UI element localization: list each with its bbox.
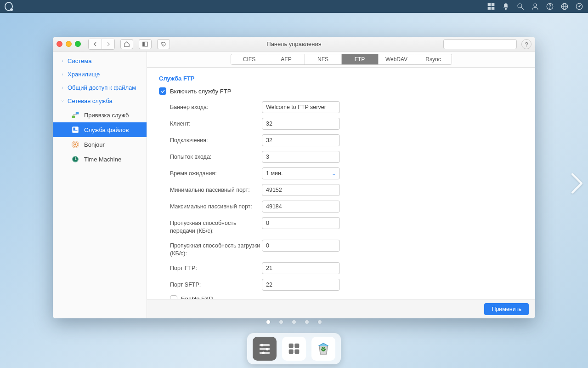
txbw-label: Пропускная способность передачи (КБ/с): [170,217,262,235]
connections-input[interactable] [262,134,340,146]
page-dot[interactable] [318,320,322,324]
svg-point-4 [505,8,507,10]
svg-rect-19 [72,116,75,118]
sftp-port-input[interactable] [262,279,340,291]
ftp-port-input[interactable] [262,262,340,274]
timeout-select[interactable]: 1 мин. ⌄ [262,167,340,179]
page-dot[interactable] [279,320,283,324]
rxbw-label: Пропускная способность загрузки (КБ/с): [170,240,262,258]
dashboard-icon[interactable] [575,2,583,11]
sidebar-cat-network[interactable]: ›Сетевая служба [53,94,147,108]
svg-rect-36 [289,349,294,354]
svg-rect-20 [76,112,79,115]
sidebar-item-file-service[interactable]: Служба файлов [53,122,147,137]
notification-bell-icon[interactable] [502,2,510,11]
page-dot[interactable] [266,320,270,324]
sidebar-cat-label: Общий доступ к файлам [68,84,136,91]
sidebar-item-time-machine[interactable]: Time Machine [53,152,147,167]
help-icon[interactable] [546,2,554,11]
svg-point-9 [549,8,550,8]
window-zoom-button[interactable] [75,41,81,47]
tab-nfs[interactable]: NFS [305,54,341,64]
min-passive-input[interactable] [262,184,340,196]
attempts-input[interactable] [262,151,340,163]
enable-ftp-row[interactable]: Включить службу FTP [159,87,523,95]
time-machine-icon [71,155,79,163]
svg-rect-35 [294,344,299,348]
dock [247,333,341,364]
next-desktop-chevron-icon[interactable] [568,170,586,199]
enable-ftp-label: Включить службу FTP [170,88,231,95]
reload-button[interactable] [157,39,170,49]
desktop-page-dots[interactable] [266,320,322,324]
txbw-input[interactable] [262,217,340,229]
window-close-button[interactable] [57,41,62,47]
sidebar-cat-label: Сетевая служба [68,98,113,104]
tab-ftp[interactable]: FTP [341,54,378,64]
client-input[interactable] [262,118,340,130]
sidebar-item-label: Bonjour [84,141,105,148]
apps-grid-icon[interactable] [487,2,495,11]
titlebar-search[interactable] [443,39,517,49]
enable-fxp-checkbox[interactable] [170,295,177,299]
content-area: CIFS AFP NFS FTP WebDAV Rsync Служба FTP… [147,52,535,318]
svg-point-14 [579,6,580,7]
file-service-icon [71,126,79,134]
search-icon[interactable] [516,2,525,11]
titlebar-search-input[interactable] [448,41,517,47]
svg-rect-23 [74,131,78,132]
svg-rect-2 [488,7,490,10]
svg-point-24 [74,144,77,146]
banner-label: Баннер входа: [170,101,262,111]
sidebar-toggle-button[interactable] [139,39,152,49]
sidebar-cat-sharing[interactable]: ›Общий доступ к файлам [53,81,147,94]
dock-item-settings[interactable] [253,337,277,361]
link-icon [71,111,79,119]
sidebar-item-service-binding[interactable]: Привязка служб [53,108,147,122]
sidebar-cat-system[interactable]: ›Система [53,54,147,68]
svg-point-33 [262,351,265,354]
system-menubar [0,0,588,13]
logo-icon[interactable] [5,2,13,11]
dock-item-trash[interactable] [311,337,335,361]
svg-rect-37 [294,349,299,354]
timeout-label: Время ожидания: [170,167,262,178]
svg-rect-22 [74,128,76,130]
nav-forward-button[interactable] [102,39,114,49]
titlebar-help-button[interactable]: ? [521,39,531,49]
tab-afp[interactable]: AFP [268,54,305,64]
chevron-down-icon: ⌄ [332,171,336,177]
svg-line-6 [521,7,524,10]
nav-back-button[interactable] [89,39,102,49]
window-minimize-button[interactable] [66,41,72,47]
sidebar-item-bonjour[interactable]: Bonjour [53,137,147,152]
svg-rect-3 [492,7,494,10]
sidebar-cat-storage[interactable]: ›Хранилище [53,68,147,81]
svg-point-5 [518,4,522,8]
svg-rect-1 [492,3,494,6]
client-label: Клиент: [170,118,262,128]
dock-item-apps[interactable] [282,337,306,361]
user-icon[interactable] [531,2,539,11]
sidebar-cat-label: Система [68,58,91,64]
enable-fxp-row[interactable]: Enable FXP [159,295,523,299]
page-dot[interactable] [305,320,309,324]
home-button[interactable] [120,39,133,49]
tab-cifs[interactable]: CIFS [231,54,268,64]
rxbw-input[interactable] [262,240,340,252]
svg-rect-34 [289,344,294,348]
page-dot[interactable] [292,320,296,324]
sidebar-item-label: Привязка служб [84,112,129,119]
enable-ftp-checkbox[interactable] [159,87,166,95]
tab-rsync[interactable]: Rsync [415,54,452,64]
tab-webdav[interactable]: WebDAV [378,54,415,64]
max-passive-input[interactable] [262,201,340,213]
apply-button[interactable]: Применить [484,303,529,315]
min-passive-label: Минимально пассивный порт: [170,184,262,194]
ftp-settings-pane: Служба FTP Включить службу FTP Баннер вх… [147,68,535,299]
banner-input[interactable] [262,101,340,113]
svg-rect-0 [488,3,490,6]
globe-icon[interactable] [560,2,569,11]
tabbar: CIFS AFP NFS FTP WebDAV Rsync [147,52,535,68]
control-panel-window: Панель управления ? ›Система ›Хранилище … [53,37,535,318]
